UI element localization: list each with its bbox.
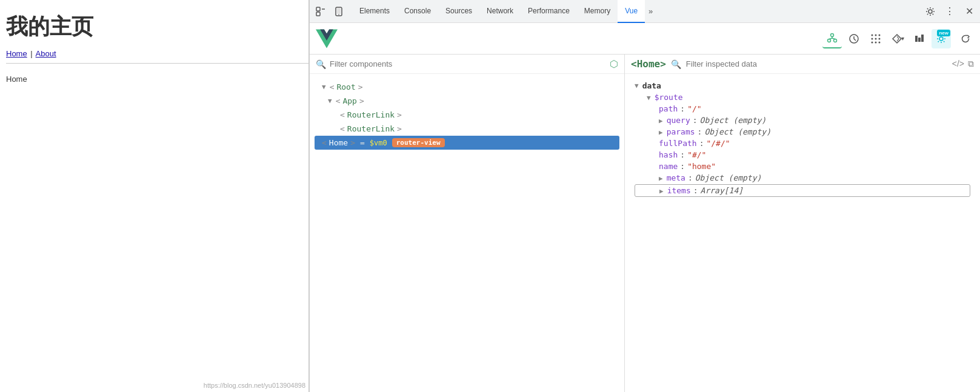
data-item-route-header[interactable]: ▼ $route <box>635 91 970 103</box>
inspected-component-tag: <Home> <box>631 58 666 70</box>
meta-arrow: ▶ <box>659 174 663 182</box>
filter-search-icon: 🔍 <box>316 59 326 69</box>
svg-point-9 <box>834 39 837 42</box>
settings-icon[interactable] <box>922 3 939 20</box>
svg-point-17 <box>872 38 873 39</box>
refresh-icon[interactable] <box>956 29 975 48</box>
tab-bar-icons <box>312 3 347 20</box>
section-label-data: data <box>642 81 661 90</box>
tab-more[interactable]: » <box>645 0 656 23</box>
items-key: items <box>667 186 691 195</box>
routing-icon[interactable]: ▾ <box>888 29 907 48</box>
router-view-badge: router-view <box>392 138 445 147</box>
tab-console[interactable]: Console <box>397 0 438 23</box>
tab-memory[interactable]: Memory <box>577 0 618 23</box>
svg-point-22 <box>879 41 881 43</box>
data-section: ▼ data ▼ $route path : "/" <box>635 80 970 197</box>
tree-node-routerlink-2[interactable]: <RouterLink> <box>310 122 624 136</box>
tree-node-routerlink-1[interactable]: <RouterLink> <box>310 108 624 122</box>
data-item-meta[interactable]: ▶ meta : Object (empty) <box>635 172 970 184</box>
tab-bar-right: ⋮ ✕ <box>922 3 978 20</box>
data-filter-search-icon: 🔍 <box>671 59 681 69</box>
svg-rect-26 <box>921 35 924 42</box>
svg-point-20 <box>872 41 873 43</box>
page-url: https://blog.csdn.net/yu013904898 <box>204 382 305 389</box>
home-link[interactable]: Home <box>6 49 27 58</box>
vue-settings-icon[interactable]: new <box>932 29 951 48</box>
component-tree-icon[interactable] <box>822 29 842 48</box>
data-item-fullpath: fullPath : "/#/" <box>635 138 970 149</box>
route-arrow: ▼ <box>647 94 651 102</box>
tree-node-root[interactable]: ▼ <Root> <box>310 80 624 94</box>
tab-network[interactable]: Network <box>479 0 521 23</box>
items-arrow: ▶ <box>659 187 664 195</box>
page-area: 我的主页 Home | About Home https://blog.csdn… <box>0 0 309 392</box>
tree-node-home[interactable]: <Home> = $vm0 router-view <box>315 136 619 150</box>
meta-value: Object (empty) <box>695 173 762 182</box>
fullpath-key: fullPath <box>659 139 697 148</box>
svg-marker-23 <box>893 35 901 43</box>
device-icon[interactable] <box>330 3 347 20</box>
data-header-icons: </> ⧉ <box>952 59 974 69</box>
svg-point-14 <box>872 34 873 36</box>
code-icon[interactable]: </> <box>952 59 964 69</box>
path-value: "/" <box>687 104 701 113</box>
more-icon[interactable]: ⋮ <box>941 3 958 20</box>
params-value: Object (empty) <box>704 127 771 136</box>
data-item-query[interactable]: ▶ query : Object (empty) <box>635 115 970 126</box>
tab-sources[interactable]: Sources <box>438 0 479 23</box>
events-icon[interactable] <box>866 29 885 48</box>
hash-key: hash <box>659 150 678 159</box>
vue-toolbar-icons: ▾ new <box>822 29 975 48</box>
tab-vue[interactable]: Vue <box>618 0 645 23</box>
items-value: Array[14] <box>701 186 743 195</box>
performance-icon[interactable] <box>910 29 929 48</box>
component-filter-bar: 🔍 ⬡ <box>310 55 624 74</box>
svg-point-19 <box>879 38 881 39</box>
data-area: ▼ data ▼ $route path : "/" <box>625 74 980 392</box>
page-content: Home <box>6 70 308 84</box>
svg-point-16 <box>879 34 881 36</box>
data-item-items[interactable]: ▶ items : Array[14] <box>635 184 970 197</box>
svg-rect-24 <box>915 36 918 42</box>
page-title: 我的主页 <box>6 12 308 42</box>
data-header: <Home> 🔍 </> ⧉ <box>625 55 980 74</box>
arrow-icon: ▼ <box>328 97 332 105</box>
tree-node-app[interactable]: ▼ <App> <box>310 94 624 108</box>
svg-point-5 <box>338 14 339 15</box>
tab-performance[interactable]: Performance <box>521 0 577 23</box>
svg-point-21 <box>875 41 877 43</box>
data-section-header[interactable]: ▼ data <box>635 80 970 91</box>
main-panels: 🔍 ⬡ ▼ <Root> ▼ <App> <RouterLink> <box>310 55 980 392</box>
query-arrow: ▶ <box>659 117 663 125</box>
close-icon[interactable]: ✕ <box>961 3 978 20</box>
svg-point-18 <box>875 38 877 39</box>
tab-bar: Elements Console Sources Network Perform… <box>310 0 980 23</box>
arrow-icon: ▼ <box>322 83 326 91</box>
vuex-icon[interactable] <box>844 29 864 48</box>
inspect-icon[interactable] <box>312 3 329 20</box>
svg-point-8 <box>828 39 831 42</box>
svg-point-15 <box>875 34 877 36</box>
about-link[interactable]: About <box>36 49 56 58</box>
nav-separator: | <box>30 49 32 58</box>
tab-elements[interactable]: Elements <box>352 0 397 23</box>
data-item-hash: hash : "#/" <box>635 149 970 161</box>
name-key: name <box>659 162 678 171</box>
query-key: query <box>667 116 690 125</box>
svg-rect-25 <box>918 38 921 42</box>
open-in-editor-icon[interactable]: ⧉ <box>968 59 974 69</box>
page-nav: Home | About <box>6 49 308 64</box>
svg-rect-1 <box>316 12 320 16</box>
data-item-path: path : "/" <box>635 103 970 115</box>
svg-point-27 <box>939 37 943 41</box>
hexagon-icon[interactable]: ⬡ <box>610 58 618 70</box>
svg-rect-4 <box>337 8 341 13</box>
component-filter-input[interactable] <box>330 59 606 68</box>
svg-point-6 <box>928 10 932 13</box>
section-arrow: ▼ <box>635 82 639 90</box>
data-panel: <Home> 🔍 </> ⧉ ▼ data ▼ <box>625 55 980 392</box>
data-item-params[interactable]: ▶ params : Object (empty) <box>635 126 970 138</box>
path-key: path <box>659 104 678 113</box>
data-filter-input[interactable] <box>686 59 947 68</box>
